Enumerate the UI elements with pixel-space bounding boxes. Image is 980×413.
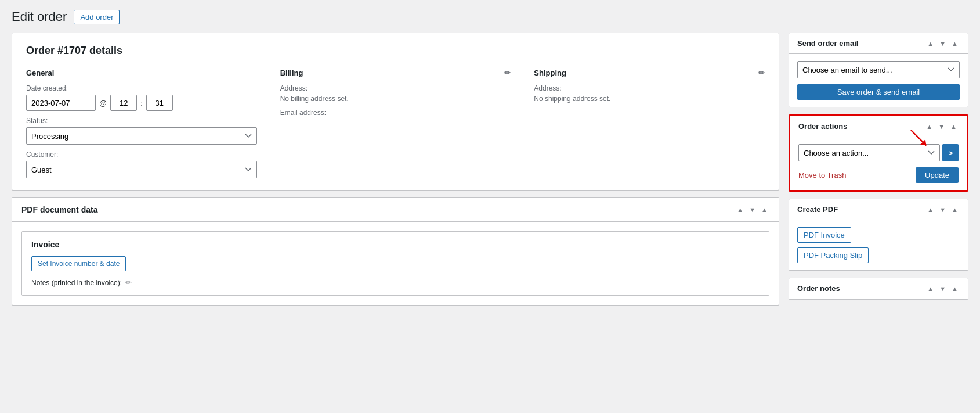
send-email-widget: Send order email ▲ ▼ ▲ Choose an email t… xyxy=(789,33,968,107)
set-invoice-btn[interactable]: Set Invoice number & date xyxy=(31,256,126,271)
create-pdf-minimize-btn[interactable]: ▲ xyxy=(950,206,960,214)
order-notes-widget: Order notes ▲ ▼ ▲ xyxy=(789,278,968,300)
order-details-card: Order #1707 details General Date created… xyxy=(12,33,779,191)
action-select-row: Choose an action... > xyxy=(798,144,959,161)
pdf-document-data-card: PDF document data ▲ ▼ ▲ Invoice Set Invo… xyxy=(12,197,779,306)
general-section: General Date created: @ : Status: xyxy=(26,69,257,178)
order-notes-up-btn[interactable]: ▲ xyxy=(925,285,935,293)
notes-edit-icon[interactable]: ✏ xyxy=(125,278,132,287)
order-notes-controls: ▲ ▼ ▲ xyxy=(925,285,960,293)
update-btn[interactable]: Update xyxy=(916,167,959,183)
move-to-trash-link[interactable]: Move to Trash xyxy=(798,171,846,179)
invoice-title: Invoice xyxy=(31,240,760,249)
at-symbol: @ xyxy=(99,99,107,107)
order-actions-down-btn[interactable]: ▼ xyxy=(936,123,946,131)
order-notes-down-btn[interactable]: ▼ xyxy=(938,285,948,293)
create-pdf-up-btn[interactable]: ▲ xyxy=(925,206,935,214)
add-order-button[interactable]: Add order xyxy=(74,10,120,24)
red-arrow-indicator xyxy=(909,128,932,151)
billing-address-label: Address: xyxy=(280,84,511,92)
billing-edit-icon[interactable]: ✏ xyxy=(504,69,511,77)
time-minute-input[interactable] xyxy=(146,95,173,111)
create-pdf-down-btn[interactable]: ▼ xyxy=(938,206,948,214)
colon-symbol: : xyxy=(140,99,143,107)
pdf-card-title: PDF document data xyxy=(21,205,97,214)
create-pdf-widget: Create PDF ▲ ▼ ▲ PDF Invoice PDF Packing… xyxy=(789,199,968,271)
shipping-address-label: Address: xyxy=(534,84,765,92)
order-actions-title: Order actions xyxy=(798,122,848,131)
pdf-card-controls: ▲ ▼ ▲ xyxy=(735,206,769,214)
send-email-down-btn[interactable]: ▼ xyxy=(938,39,948,48)
create-pdf-title: Create PDF xyxy=(797,205,838,214)
pdf-packing-slip-btn[interactable]: PDF Packing Slip xyxy=(797,247,869,263)
status-select[interactable]: Processing Pending payment On hold Compl… xyxy=(26,127,257,145)
send-email-title: Send order email xyxy=(797,39,858,48)
create-pdf-controls: ▲ ▼ ▲ xyxy=(925,206,960,214)
shipping-address-value: No shipping address set. xyxy=(534,95,765,103)
order-actions-footer: Move to Trash Update xyxy=(798,167,959,183)
customer-label: Customer: xyxy=(26,150,257,159)
billing-address-value: No billing address set. xyxy=(280,95,511,103)
notes-label: Notes (printed in the invoice): xyxy=(31,279,122,287)
general-section-title: General xyxy=(26,69,54,77)
invoice-section: Invoice Set Invoice number & date Notes … xyxy=(21,231,769,296)
order-action-go-btn[interactable]: > xyxy=(942,144,959,161)
order-details-title: Order #1707 details xyxy=(26,45,765,57)
billing-section-title: Billing xyxy=(280,69,303,77)
send-email-controls: ▲ ▼ ▲ xyxy=(925,39,960,48)
order-notes-minimize-btn[interactable]: ▲ xyxy=(950,285,960,293)
date-label: Date created: xyxy=(26,84,257,92)
order-actions-widget: Order actions ▲ ▼ ▲ xyxy=(789,114,968,192)
order-notes-title: Order notes xyxy=(797,284,840,293)
shipping-section-title: Shipping xyxy=(534,69,566,77)
shipping-edit-icon[interactable]: ✏ xyxy=(758,69,765,77)
pdf-invoice-btn[interactable]: PDF Invoice xyxy=(797,227,851,243)
send-email-select[interactable]: Choose an email to send... xyxy=(797,61,960,78)
billing-section: Billing ✏ Address: No billing address se… xyxy=(280,69,511,178)
send-email-minimize-btn[interactable]: ▲ xyxy=(950,39,960,48)
shipping-section: Shipping ✏ Address: No shipping address … xyxy=(534,69,765,178)
customer-select[interactable]: Guest xyxy=(26,161,257,178)
order-actions-minimize-btn[interactable]: ▲ xyxy=(949,123,959,131)
page-title: Edit order xyxy=(12,9,67,24)
send-email-btn[interactable]: Save order & send email xyxy=(797,84,960,100)
pdf-collapse-up-btn[interactable]: ▲ xyxy=(735,206,745,214)
time-hour-input[interactable] xyxy=(110,95,137,111)
status-label: Status: xyxy=(26,117,257,125)
date-input[interactable] xyxy=(26,95,96,111)
billing-email-label: Email address: xyxy=(280,109,511,117)
pdf-collapse-down-btn[interactable]: ▼ xyxy=(747,206,757,214)
send-email-up-btn[interactable]: ▲ xyxy=(925,39,935,48)
pdf-minimize-btn[interactable]: ▲ xyxy=(760,206,769,214)
order-actions-header: Order actions ▲ ▼ ▲ xyxy=(790,116,967,137)
